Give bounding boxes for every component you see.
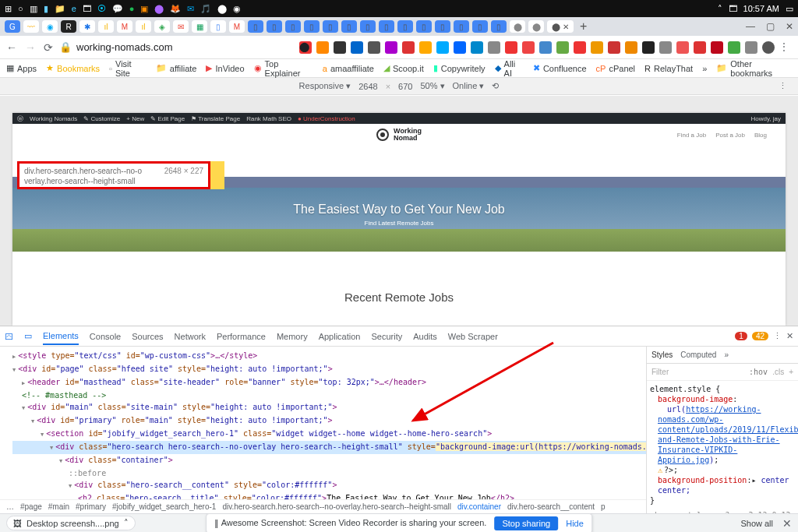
browser-tab[interactable]: ▯: [416, 20, 432, 33]
chevron-up-icon[interactable]: ˄: [124, 518, 129, 528]
ext-icon[interactable]: [402, 41, 415, 54]
devtools-close-icon[interactable]: ✕: [786, 331, 793, 341]
browser-tab[interactable]: ▯: [341, 20, 357, 33]
bookmark-item[interactable]: cPcPanel: [596, 64, 635, 73]
taskbar-app-icon[interactable]: 🦊: [170, 4, 181, 14]
ext-icon[interactable]: [556, 41, 569, 54]
browser-tab-active[interactable]: ⬤ ✕: [547, 20, 574, 33]
ext-icon[interactable]: [608, 41, 620, 54]
ext-icon[interactable]: [591, 41, 603, 54]
device-toggle-icon[interactable]: ▭: [24, 331, 32, 341]
devtools-tab[interactable]: Web Scraper: [448, 332, 498, 341]
taskbar-app-icon[interactable]: ▮: [44, 4, 48, 14]
bookmark-item[interactable]: ✖Confluence: [533, 63, 587, 73]
taskbar-app-icon[interactable]: 💬: [112, 4, 123, 14]
browser-tab[interactable]: ıl: [98, 20, 114, 33]
browser-tab[interactable]: ▯: [472, 20, 488, 33]
device-width[interactable]: 2648: [358, 82, 377, 91]
wordpress-admin-bar[interactable]: ⓦ Working Nomads ✎ Customize + New ✎ Edi…: [12, 113, 786, 124]
style-rules[interactable]: element.style { background-image: url(ht…: [647, 381, 798, 513]
devtools-tab[interactable]: Audits: [413, 332, 437, 341]
nav-link[interactable]: Blog: [754, 132, 767, 139]
taskview-icon[interactable]: ▥: [30, 4, 37, 14]
ext-icon[interactable]: [488, 41, 500, 54]
devtools-tab-elements[interactable]: Elements: [43, 327, 79, 345]
ext-icon[interactable]: [316, 41, 329, 54]
bookmark-item[interactable]: ★ Bookmarks: [46, 63, 100, 73]
taskbar-app-icon[interactable]: ✉: [187, 4, 194, 14]
battery-icon[interactable]: 🗔: [729, 4, 737, 13]
browser-tab[interactable]: ▦: [192, 20, 207, 33]
ext-icon[interactable]: [334, 41, 346, 54]
taskbar-app-icon[interactable]: ▣: [140, 4, 148, 14]
browser-tab[interactable]: ▯: [360, 20, 376, 33]
browser-tab[interactable]: R: [61, 20, 76, 33]
reload-button[interactable]: ⟳: [44, 41, 53, 54]
browser-tab[interactable]: ⬤: [528, 20, 544, 33]
bookmark-item[interactable]: 📁affiliate: [156, 63, 197, 73]
show-all-downloads[interactable]: Show all: [740, 519, 773, 528]
bookmark-item[interactable]: ◢Scoop.it: [383, 63, 424, 73]
browser-tab[interactable]: ◈: [154, 20, 170, 33]
taskbar-app-icon[interactable]: ⬤: [217, 4, 227, 14]
stop-sharing-button[interactable]: Stop sharing: [494, 516, 558, 530]
ext-icon[interactable]: [642, 41, 655, 54]
nav-link[interactable]: Post a Job: [715, 132, 745, 139]
notifications-icon[interactable]: ▭: [786, 4, 793, 14]
browser-tab[interactable]: ▯: [491, 20, 507, 33]
ext-icon[interactable]: [694, 41, 706, 54]
tray-up-icon[interactable]: ˄: [718, 4, 722, 14]
bg-image-url[interactable]: https://working-nomads.com/wp-content/up…: [658, 405, 798, 464]
inspect-icon[interactable]: ⮹: [5, 332, 13, 341]
browser-tab[interactable]: ✉: [173, 20, 189, 33]
start-icon[interactable]: ⊞: [5, 4, 12, 14]
taskbar-app-icon[interactable]: ●: [129, 4, 135, 14]
ext-icon[interactable]: [505, 41, 517, 54]
bookmark-item[interactable]: RRelayThat: [644, 64, 693, 73]
bookmark-item[interactable]: ▶InVideo: [206, 63, 244, 73]
new-style-rule-icon[interactable]: +: [789, 368, 793, 376]
back-button[interactable]: ←: [6, 41, 17, 54]
browser-tab[interactable]: G: [5, 20, 20, 33]
devtools-tab[interactable]: Network: [175, 332, 206, 341]
ext-icon[interactable]: [659, 41, 672, 54]
computed-tab[interactable]: Computed: [680, 351, 716, 359]
rendered-page[interactable]: ⓦ Working Nomads ✎ Customize + New ✎ Edi…: [12, 113, 786, 326]
browser-tab[interactable]: ▯: [454, 20, 469, 33]
site-logo-icon[interactable]: [376, 129, 389, 141]
chrome-menu-icon[interactable]: ⋮: [779, 41, 792, 54]
download-chip[interactable]: 🖼 Desktop screensh....png ˄: [6, 516, 136, 530]
browser-tab[interactable]: ◉: [42, 20, 58, 33]
ext-icon[interactable]: [728, 41, 740, 54]
window-minimize[interactable]: —: [746, 21, 755, 32]
window-maximize[interactable]: ▢: [766, 21, 775, 32]
taskbar-app-icon[interactable]: 🎵: [200, 4, 211, 14]
breadcrumb[interactable]: … #page #main #primary #jobify_widget_se…: [0, 499, 646, 513]
devtools-settings-icon[interactable]: ⋮: [773, 331, 782, 341]
taskbar-app-icon[interactable]: e: [72, 4, 76, 14]
browser-tab[interactable]: ✱: [79, 20, 95, 33]
taskbar-clock[interactable]: 10:57 AM: [743, 4, 779, 13]
devtools-tab[interactable]: Security: [371, 332, 402, 341]
taskbar-app-icon[interactable]: 🗔: [83, 4, 91, 14]
bookmark-item[interactable]: ▫Visit Site: [109, 59, 147, 78]
ext-icon[interactable]: [539, 41, 552, 54]
ext-icon[interactable]: [711, 41, 723, 54]
ext-icon[interactable]: [368, 41, 380, 54]
cls-toggle[interactable]: .cls: [772, 368, 784, 376]
device-network[interactable]: Online ▾: [453, 81, 485, 91]
devtools-tab[interactable]: Console: [90, 332, 121, 341]
device-menu-icon[interactable]: ⋮: [779, 81, 787, 91]
devtools-tab[interactable]: Memory: [277, 332, 308, 341]
bookmark-item[interactable]: ◆Alli AI: [495, 59, 524, 78]
device-zoom[interactable]: 50% ▾: [420, 81, 444, 91]
ext-icon[interactable]: [676, 41, 689, 54]
taskbar-app-icon[interactable]: 📁: [55, 4, 65, 14]
browser-tab[interactable]: ▯: [397, 20, 413, 33]
rotate-icon[interactable]: ⟲: [492, 81, 499, 91]
browser-tab[interactable]: ▯: [379, 20, 394, 33]
browser-tab[interactable]: M: [229, 20, 245, 33]
browser-tab[interactable]: ▯: [304, 20, 320, 33]
close-download-bar[interactable]: ✕: [782, 517, 792, 530]
devtools-tab[interactable]: Application: [319, 332, 361, 341]
